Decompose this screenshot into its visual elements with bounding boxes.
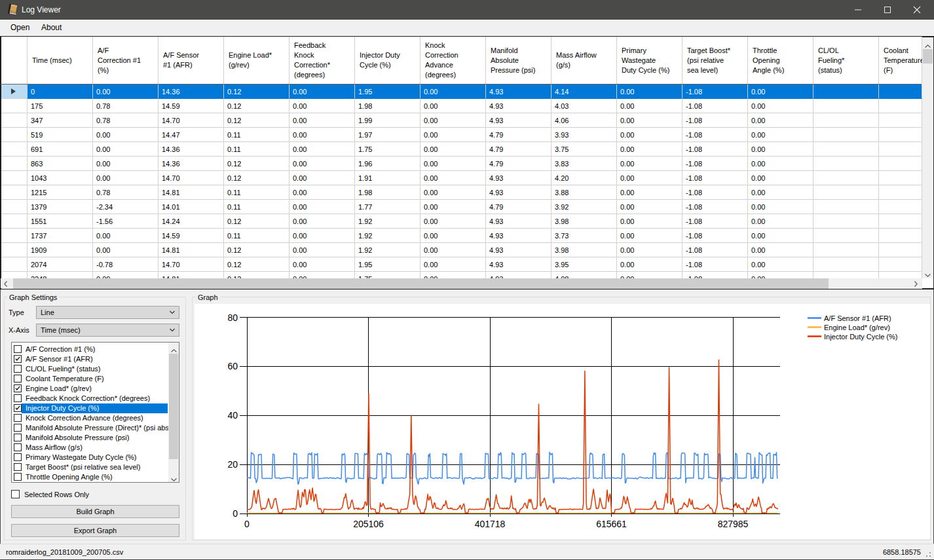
svg-text:0: 0 bbox=[244, 519, 250, 529]
svg-text:80: 80 bbox=[227, 312, 238, 323]
svg-text:205106: 205106 bbox=[353, 519, 384, 529]
svg-text:401718: 401718 bbox=[475, 519, 506, 529]
svg-text:0: 0 bbox=[233, 508, 238, 519]
svg-text:40: 40 bbox=[227, 410, 238, 420]
svg-text:827985: 827985 bbox=[718, 519, 749, 529]
svg-text:60: 60 bbox=[227, 361, 238, 371]
svg-text:Engine Load* (g/rev): Engine Load* (g/rev) bbox=[824, 324, 890, 331]
svg-text:615661: 615661 bbox=[596, 519, 627, 529]
svg-text:Injector Duty Cycle (%): Injector Duty Cycle (%) bbox=[824, 333, 897, 341]
svg-text:A/F Sensor #1 (AFR): A/F Sensor #1 (AFR) bbox=[824, 314, 891, 322]
svg-text:20: 20 bbox=[227, 459, 238, 470]
